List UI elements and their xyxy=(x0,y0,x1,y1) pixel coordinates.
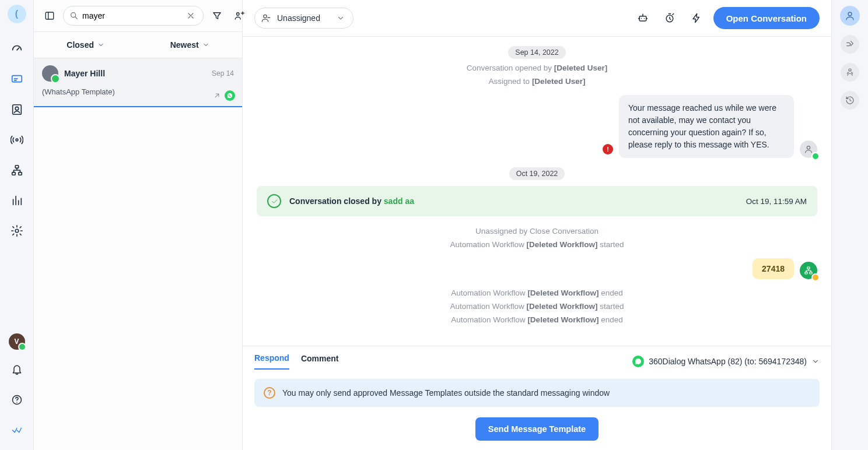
outbound-icon xyxy=(213,92,221,100)
message-row: ! Your message reached us while we were … xyxy=(257,95,817,158)
svg-point-15 xyxy=(807,146,810,149)
composer-tabs: Respond Comment 360Dialog WhatsApp (82) … xyxy=(243,346,831,370)
list-toolbar xyxy=(34,0,242,32)
search-field[interactable] xyxy=(63,6,204,26)
whatsapp-mini-icon xyxy=(811,152,820,160)
message-bubble: 27418 xyxy=(752,258,794,279)
svg-point-7 xyxy=(15,229,19,233)
nav-broadcast[interactable] xyxy=(5,128,29,152)
contact-name: Mayer Hilll xyxy=(64,69,206,78)
message-row: 27418 xyxy=(257,258,817,279)
actions-icon[interactable] xyxy=(687,8,706,28)
status-filter-label: Closed xyxy=(66,40,94,50)
nav-inbox[interactable] xyxy=(5,68,29,91)
message-bubble: Your message reached us while we were no… xyxy=(619,95,794,158)
channel-label: 360Dialog WhatsApp (82) (to: 5694172348) xyxy=(649,357,807,366)
system-opened: Conversation opened by [Deleted User] xyxy=(257,64,817,72)
assignee-dropdown[interactable]: Unassigned xyxy=(254,8,354,29)
svg-point-12 xyxy=(264,15,267,17)
search-icon xyxy=(69,11,79,20)
collapse-panel-icon[interactable] xyxy=(41,7,58,24)
sort-filter[interactable]: Newest xyxy=(170,40,209,50)
channel-mini-icon xyxy=(811,273,820,282)
closed-banner: Conversation closed by sadd aa Oct 19, 1… xyxy=(257,186,817,216)
closed-text: Conversation closed by sadd aa xyxy=(289,196,414,206)
svg-rect-13 xyxy=(639,16,646,21)
svg-point-19 xyxy=(848,12,852,16)
filter-icon[interactable] xyxy=(208,7,226,24)
system-workflow: Automation Workflow [Deleted Workflow] e… xyxy=(257,289,817,297)
sender-avatar xyxy=(800,140,817,158)
clear-search-icon[interactable] xyxy=(184,12,197,20)
status-filter[interactable]: Closed xyxy=(66,40,104,50)
closed-time: Oct 19, 11:59 AM xyxy=(746,197,807,206)
system-workflow: Automation Workflow [Deleted Workflow] s… xyxy=(257,302,817,311)
contact-rail-right xyxy=(832,0,868,450)
help-circle-icon: ? xyxy=(264,387,275,399)
svg-point-11 xyxy=(237,13,240,16)
check-circle-icon xyxy=(267,194,281,208)
nav-status[interactable] xyxy=(5,419,29,442)
channel-selector[interactable]: 360Dialog WhatsApp (82) (to: 5694172348) xyxy=(632,356,820,367)
history-icon[interactable] xyxy=(841,91,859,110)
date-chip: Oct 19, 2022 xyxy=(509,167,565,180)
tab-respond[interactable]: Respond xyxy=(254,353,289,370)
svg-point-20 xyxy=(849,69,851,71)
system-workflow: Automation Workflow [Deleted Workflow] e… xyxy=(257,315,817,324)
current-user-avatar[interactable]: V xyxy=(9,333,25,350)
chat-panel: Unassigned Open Conversation Sep 14, 202… xyxy=(243,0,832,450)
nav-reports[interactable] xyxy=(5,189,29,212)
contact-details-icon[interactable] xyxy=(841,63,859,82)
nav-notifications[interactable] xyxy=(5,358,29,381)
svg-point-10 xyxy=(71,13,76,17)
system-workflow: Automation Workflow [Deleted Workflow] s… xyxy=(257,240,817,249)
assignee-label: Unassigned xyxy=(277,13,331,23)
chevron-down-icon xyxy=(97,41,104,48)
nav-rail-left: ( V xyxy=(0,0,34,450)
bot-icon[interactable] xyxy=(633,8,653,28)
conversation-date: Sep 14 xyxy=(212,69,234,78)
date-chip: Sep 14, 2022 xyxy=(508,46,565,59)
chat-body: Sep 14, 2022 Conversation opened by [Del… xyxy=(243,37,831,346)
open-conversation-button[interactable]: Open Conversation xyxy=(713,7,820,29)
system-unassigned: Unassigned by Close Conversation xyxy=(257,227,817,235)
chat-header: Unassigned Open Conversation xyxy=(243,0,831,37)
workspace-avatar[interactable]: ( xyxy=(8,5,26,23)
nav-contacts[interactable] xyxy=(5,98,29,121)
tab-comment[interactable]: Comment xyxy=(301,354,339,369)
notice-text: You may only send approved Message Templ… xyxy=(282,388,610,398)
composer-actions: Send Message Template xyxy=(243,407,831,450)
person-remove-icon xyxy=(261,13,271,23)
snooze-icon[interactable] xyxy=(660,8,680,28)
svg-point-2 xyxy=(15,107,19,110)
nav-settings[interactable] xyxy=(5,219,29,242)
contact-avatar-large[interactable] xyxy=(840,6,860,26)
nav-workflows[interactable] xyxy=(5,159,29,182)
chevron-down-icon xyxy=(337,14,345,22)
svg-point-3 xyxy=(16,139,18,141)
sort-filter-label: Newest xyxy=(170,40,199,50)
send-template-button[interactable]: Send Message Template xyxy=(475,417,598,441)
svg-rect-9 xyxy=(46,12,54,19)
template-notice: ? You may only send approved Message Tem… xyxy=(254,379,820,407)
contact-avatar xyxy=(42,65,58,82)
conversation-preview: (WhatsApp Template) xyxy=(42,87,234,96)
workflow-avatar xyxy=(800,262,817,279)
nav-dashboard[interactable] xyxy=(5,37,29,61)
search-input[interactable] xyxy=(82,11,184,20)
chevron-down-icon xyxy=(811,357,820,365)
error-icon[interactable]: ! xyxy=(603,144,613,154)
whatsapp-icon xyxy=(225,90,235,101)
conversation-list-panel: Closed Newest Mayer Hilll Sep 14 (WhatsA… xyxy=(34,0,243,450)
conversation-item[interactable]: Mayer Hilll Sep 14 (WhatsApp Template) xyxy=(34,58,242,107)
nav-help[interactable] xyxy=(5,388,29,412)
whatsapp-icon xyxy=(632,356,644,367)
system-assigned: Assigned to [Deleted User] xyxy=(257,77,817,86)
merge-icon[interactable] xyxy=(841,35,859,54)
list-filters-bar: Closed Newest xyxy=(34,32,242,58)
conversation-channel xyxy=(213,90,235,101)
chevron-down-icon xyxy=(202,41,209,48)
